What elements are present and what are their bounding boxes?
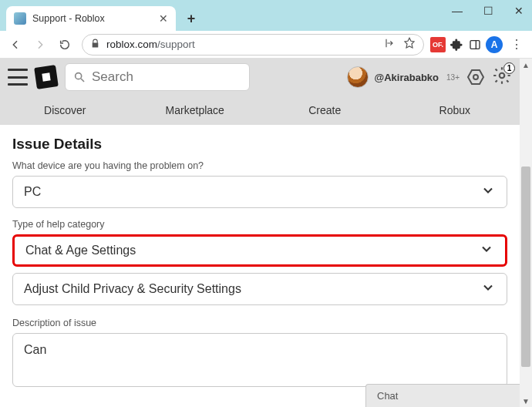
help-category-label: Type of help category (12, 219, 507, 230)
svg-marker-4 (468, 70, 483, 84)
chevron-down-icon (480, 280, 496, 298)
scroll-up-icon[interactable]: ▲ (520, 59, 532, 71)
description-textarea[interactable]: Can (12, 333, 507, 387)
roblox-logo[interactable] (34, 65, 59, 89)
description-label: Description of issue (12, 318, 507, 328)
chat-widget[interactable]: Chat (365, 384, 520, 407)
help-subcategory-value: Adjust Child Privacy & Security Settings (24, 282, 241, 296)
age-flag: 13+ (446, 73, 460, 82)
browser-titlebar: Support - Roblox ✕ + ― ☐ ✕ (0, 0, 532, 31)
extensions-icon[interactable] (449, 37, 464, 52)
nav-discover[interactable]: Discover (0, 104, 130, 116)
page-title: Issue Details (12, 136, 507, 153)
svg-rect-0 (470, 40, 480, 49)
chevron-down-icon (480, 183, 496, 201)
nav-marketplace[interactable]: Marketplace (130, 104, 261, 116)
chat-label: Chat (377, 390, 398, 402)
favicon (14, 12, 26, 25)
share-icon[interactable] (383, 37, 396, 52)
settings-button[interactable]: 1 (492, 66, 512, 89)
maximize-button[interactable]: ☐ (478, 3, 498, 18)
browser-toolbar: roblox.com/support OF. A ⋮ (0, 31, 532, 59)
site-header: @Akirababko 13+ 1 Discover Marketplace C… (0, 59, 520, 125)
page-content: @Akirababko 13+ 1 Discover Marketplace C… (0, 59, 520, 407)
nav-create[interactable]: Create (260, 104, 390, 116)
svg-point-5 (473, 75, 478, 79)
notification-badge: 1 (503, 62, 515, 74)
help-subcategory-select[interactable]: Adjust Child Privacy & Security Settings (12, 273, 507, 305)
help-category-select[interactable]: Chat & Age Settings (12, 234, 507, 267)
svg-point-2 (76, 73, 82, 79)
address-bar[interactable]: roblox.com/support (82, 34, 424, 56)
side-panel-icon[interactable] (467, 37, 483, 52)
svg-line-3 (81, 79, 84, 82)
main-nav: Discover Marketplace Create Robux (0, 96, 520, 125)
extension-of[interactable]: OF. (430, 37, 446, 52)
profile-avatar[interactable]: A (486, 36, 503, 53)
support-form: Issue Details What device are you having… (0, 125, 520, 387)
forward-button[interactable] (29, 34, 51, 56)
tab-title: Support - Roblox (32, 13, 153, 24)
chrome-menu-icon[interactable]: ⋮ (506, 34, 527, 56)
back-button[interactable] (5, 34, 26, 56)
menu-icon[interactable] (8, 69, 28, 86)
bookmark-icon[interactable] (403, 37, 416, 52)
site-search[interactable] (65, 63, 250, 91)
device-select[interactable]: PC (12, 176, 507, 208)
lock-icon (90, 38, 100, 52)
robux-icon[interactable] (466, 67, 486, 87)
chevron-down-icon (479, 241, 494, 260)
reload-button[interactable] (54, 34, 76, 56)
username-label[interactable]: @Akirababko (375, 72, 439, 83)
scroll-thumb[interactable] (521, 166, 530, 367)
scrollbar[interactable]: ▲ ▼ (520, 59, 532, 407)
svg-point-6 (500, 73, 505, 79)
help-category-value: Chat & Age Settings (25, 244, 136, 257)
minimize-button[interactable]: ― (447, 3, 467, 18)
new-tab-button[interactable]: + (180, 8, 202, 29)
browser-tab[interactable]: Support - Roblox ✕ (6, 6, 176, 31)
user-avatar[interactable] (347, 66, 369, 88)
device-value: PC (24, 185, 41, 199)
url-text: roblox.com/support (106, 39, 195, 50)
scroll-down-icon[interactable]: ▼ (520, 395, 532, 407)
search-icon (73, 70, 86, 84)
tab-close-icon[interactable]: ✕ (159, 12, 168, 25)
window-controls: ― ☐ ✕ (447, 3, 529, 18)
nav-robux[interactable]: Robux (390, 104, 520, 116)
device-label: What device are you having the problem o… (12, 160, 507, 171)
search-input[interactable] (92, 69, 241, 85)
close-window-button[interactable]: ✕ (509, 3, 529, 18)
